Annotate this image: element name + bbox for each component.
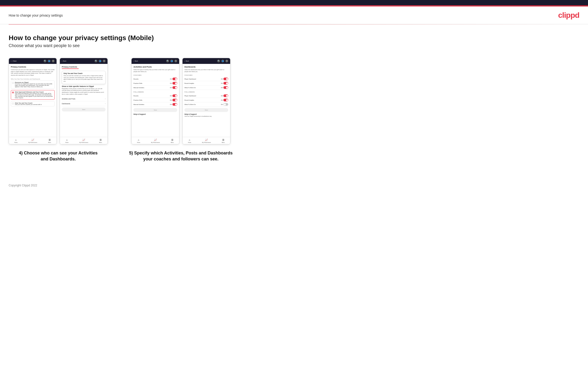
nav-menu-3[interactable]: ☰ Menu bbox=[171, 139, 174, 143]
toggle-round-insights-followers-switch[interactable] bbox=[224, 99, 228, 101]
toggle-practice-coaches[interactable]: Practice Drills ON bbox=[133, 81, 177, 85]
toggle-practice-coaches-switch[interactable] bbox=[173, 82, 177, 84]
save-button-2[interactable]: Save bbox=[62, 108, 106, 111]
nav-my-performance-2[interactable]: 📈 My Performance bbox=[79, 139, 88, 143]
nav-home-3[interactable]: ⌂ Home bbox=[137, 139, 140, 143]
main-content: How to change your privacy settings (Mob… bbox=[0, 25, 588, 176]
nav-menu[interactable]: ☰ Menu bbox=[48, 139, 51, 143]
nav-my-performance-4[interactable]: 📈 My Performance bbox=[202, 139, 211, 143]
header-title: How to change your privacy settings bbox=[9, 13, 63, 17]
people-icon-2[interactable]: 👥 bbox=[99, 59, 102, 62]
show-hide-title: Show or hide specific features in Clippd bbox=[62, 85, 106, 87]
toggle-practice-followers[interactable]: Practice Drills ON bbox=[133, 98, 177, 102]
dashboards-title: Dashboards bbox=[184, 66, 228, 68]
search-icon-3[interactable]: 🔍 bbox=[166, 59, 169, 62]
settings-icon[interactable]: ⚙ bbox=[52, 59, 55, 62]
toggle-round-insights-followers[interactable]: Round Insights ON bbox=[184, 98, 228, 102]
toggle-what-to-work-coaches-switch[interactable] bbox=[224, 86, 228, 89]
show-hide-desc: Regardless of the privacy controls that … bbox=[62, 88, 106, 95]
nav-my-performance[interactable]: 📈 My Performance bbox=[28, 139, 37, 143]
toggle-what-to-work-followers-switch[interactable] bbox=[224, 103, 228, 106]
radio-approved[interactable] bbox=[12, 92, 14, 93]
activities-posts-row[interactable]: Activities and Posts › bbox=[62, 97, 106, 101]
toggle-manual-followers[interactable]: Manual Activities ON bbox=[133, 102, 177, 107]
settings-icon-2[interactable]: ⚙ bbox=[103, 59, 106, 62]
radio-only-you[interactable] bbox=[12, 103, 14, 104]
toggle-manual-coaches[interactable]: Manual Activities ON bbox=[133, 85, 177, 90]
toggle-manual-coaches-switch[interactable] bbox=[173, 86, 177, 89]
toggle-manual-followers-switch[interactable] bbox=[173, 103, 177, 106]
popup-title: Only You and Your Coach bbox=[63, 73, 104, 74]
nav-home-4[interactable]: ⌂ Home bbox=[188, 139, 191, 143]
toggle-practice-followers-switch[interactable] bbox=[173, 99, 177, 101]
phone-3: ‹ Back 🔍 👥 ⚙ Activities and Posts Select… bbox=[131, 58, 179, 144]
mockup-pair-2: ‹ Back 🔍 👥 ⚙ Activities and Posts Select… bbox=[131, 58, 230, 144]
save-button-3[interactable]: Save bbox=[133, 108, 177, 112]
phone-4-back[interactable]: ‹ Back bbox=[184, 60, 189, 62]
phone-3-nav: ‹ Back 🔍 👥 ⚙ bbox=[131, 58, 179, 64]
toggle-player-dashboard-followers-switch[interactable] bbox=[224, 94, 228, 97]
mockups-row: ‹< Back 🔍 👥 ⚙ Privacy Controls Control h… bbox=[9, 58, 579, 162]
phone-2-back[interactable]: ‹ Back bbox=[62, 60, 66, 62]
phone-2-nav: ‹ Back 🔍 👥 ⚙ bbox=[60, 58, 107, 64]
toggle-rounds-coaches[interactable]: Rounds ON bbox=[133, 77, 177, 81]
people-icon[interactable]: 👥 bbox=[48, 59, 51, 62]
radio-everyone[interactable] bbox=[12, 82, 14, 84]
menu-icon-3: ☰ bbox=[171, 139, 173, 141]
phone-4: ‹ Back 🔍 👥 ⚙ Dashboards Select the dashb… bbox=[182, 58, 230, 144]
phone-1-bottom-nav: ⌂ Home 📈 My Performance ☰ Menu bbox=[9, 137, 57, 144]
toggle-player-dashboard-coaches[interactable]: Player Dashboard ON bbox=[184, 77, 228, 81]
toggle-rounds-followers-switch[interactable] bbox=[173, 94, 177, 97]
phone-2: ‹ Back 🔍 👥 ⚙ Privacy Controls bbox=[60, 58, 108, 144]
phone-3-icons: 🔍 👥 ⚙ bbox=[166, 59, 177, 62]
home-icon-2: ⌂ bbox=[66, 139, 68, 141]
toggle-round-insights-coaches-switch[interactable] bbox=[224, 82, 228, 84]
phone-2-bottom-nav: ⌂ Home 📈 My Performance ☰ Menu bbox=[60, 137, 107, 144]
phone-3-bottom-nav: ⌂ Home 📈 My Performance ☰ Menu bbox=[131, 137, 179, 144]
phone-1: ‹< Back 🔍 👥 ⚙ Privacy Controls Control h… bbox=[9, 58, 57, 144]
nav-home-2[interactable]: ⌂ Home bbox=[65, 139, 69, 143]
toggle-rounds-coaches-switch[interactable] bbox=[173, 78, 177, 80]
phone-1-content: Privacy Controls Control how you and you… bbox=[9, 64, 57, 137]
save-button-4[interactable]: Save bbox=[184, 108, 228, 112]
logo: clippd bbox=[558, 11, 579, 20]
followers-label-4: FOLLOWERS bbox=[184, 91, 228, 93]
phone-4-nav: ‹ Back 🔍 👥 ⚙ bbox=[182, 58, 230, 64]
search-icon-2[interactable]: 🔍 bbox=[95, 59, 97, 62]
privacy-controls-title: Privacy Controls bbox=[11, 66, 55, 68]
settings-icon-3[interactable]: ⚙ bbox=[174, 59, 177, 62]
popup-text: Only you and the coaches you connect wit… bbox=[63, 75, 104, 82]
toggle-player-dashboard-followers[interactable]: Player Dashboard ON bbox=[184, 94, 228, 98]
people-icon-4[interactable]: 👥 bbox=[221, 59, 224, 62]
caption-2: 5) Specify which Activities, Posts and D… bbox=[128, 150, 234, 162]
nav-menu-4[interactable]: ☰ Menu bbox=[222, 139, 225, 143]
people-icon-3[interactable]: 👥 bbox=[170, 59, 173, 62]
home-icon-3: ⌂ bbox=[138, 139, 139, 141]
home-icon: ⌂ bbox=[15, 139, 17, 141]
phone-3-back[interactable]: ‹ Back bbox=[133, 60, 138, 62]
performance-icon: 📈 bbox=[31, 139, 34, 141]
option-everyone[interactable]: Everyone on Clippd Everyone on Clippd ca… bbox=[11, 80, 55, 89]
search-icon[interactable]: 🔍 bbox=[43, 59, 46, 62]
toggle-player-dashboard-coaches-switch[interactable] bbox=[224, 78, 228, 80]
header: How to change your privacy settings clip… bbox=[0, 7, 588, 24]
nav-home[interactable]: ⌂ Home bbox=[14, 139, 17, 143]
toggle-what-to-work-coaches[interactable]: What To Work On ON bbox=[184, 85, 228, 90]
privacy-controls-desc: Control how you and your data appears to… bbox=[11, 69, 55, 76]
privacy-controls-tab: Privacy Controls bbox=[62, 66, 106, 68]
activities-posts-desc: Select the types of activity that you'd … bbox=[133, 69, 177, 73]
nav-my-performance-3[interactable]: 📈 My Performance bbox=[151, 139, 160, 143]
toggle-rounds-followers[interactable]: Rounds ON bbox=[133, 94, 177, 98]
dashboards-row[interactable]: Dashboards › bbox=[62, 101, 106, 106]
option-approved[interactable]: Only Approved Followers and Your Coach O… bbox=[11, 90, 55, 100]
activities-arrow-icon: › bbox=[105, 98, 106, 100]
toggle-round-insights-coaches[interactable]: Round Insights ON bbox=[184, 81, 228, 85]
phone-2-content: Privacy Controls Only You and Your Coach… bbox=[60, 64, 107, 137]
toggle-what-to-work-followers[interactable]: What To Work On ON bbox=[184, 102, 228, 107]
search-icon-4[interactable]: 🔍 bbox=[217, 59, 220, 62]
phone-1-back[interactable]: ‹< Back bbox=[11, 60, 17, 62]
option-only-you[interactable]: Only You and Your Coach Only you and the… bbox=[11, 101, 55, 106]
nav-menu-2[interactable]: ☰ Menu bbox=[99, 139, 102, 143]
settings-icon-4[interactable]: ⚙ bbox=[225, 59, 228, 62]
dashboards-arrow-icon: › bbox=[105, 103, 106, 105]
